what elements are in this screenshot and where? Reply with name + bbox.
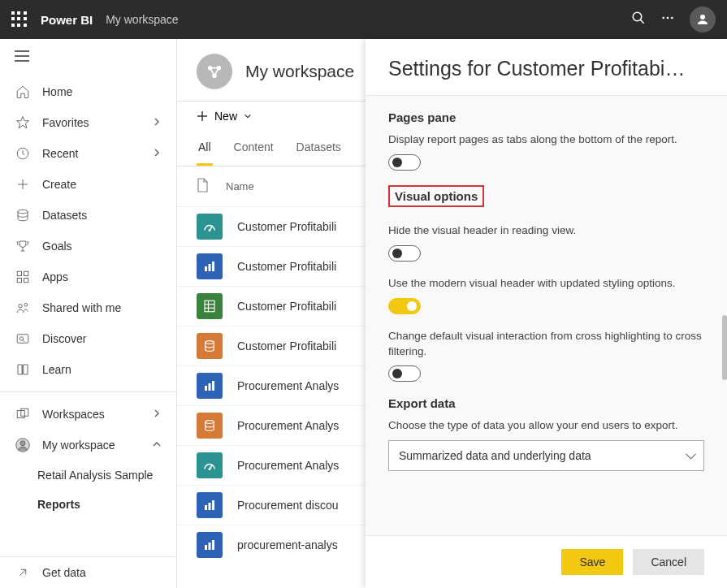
svg-rect-16 [24, 279, 28, 283]
chevron-up-icon [152, 439, 162, 452]
document-icon [197, 178, 208, 195]
new-button-label: New [214, 110, 237, 123]
db-icon [197, 333, 223, 359]
cancel-button[interactable]: Cancel [633, 549, 704, 575]
sidebar-item-label: My workspace [42, 439, 115, 452]
sidebar-item-favorites[interactable]: Favorites [0, 107, 176, 138]
home-icon [15, 84, 31, 99]
section-export-title: Export data [388, 396, 704, 410]
list-item-label: Procurement discou [237, 499, 339, 512]
svg-rect-54 [209, 543, 211, 550]
sidebar-item-learn[interactable]: Learn [0, 354, 176, 385]
setting-modern-header-desc: Use the modern visual header with update… [388, 276, 704, 292]
sidebar-item-recent[interactable]: Recent [0, 138, 176, 169]
export-data-select[interactable]: Summarized data and underlying data [388, 440, 704, 471]
name-column-header[interactable]: Name [226, 180, 254, 192]
star-icon [15, 115, 31, 130]
database-icon [15, 208, 31, 223]
svg-rect-45 [209, 383, 211, 391]
sheet-icon [197, 293, 223, 319]
list-item-label: Customer Profitabili [237, 300, 336, 313]
svg-line-49 [210, 465, 212, 469]
trophy-icon [15, 239, 31, 253]
workspace-breadcrumb[interactable]: My workspace [106, 13, 178, 26]
sidebar-item-label: Discover [42, 332, 86, 345]
toggle-modern-header[interactable] [388, 298, 421, 314]
svg-point-17 [19, 305, 23, 309]
bar-icon [197, 253, 223, 279]
sidebar-item-workspaces[interactable]: Workspaces [0, 399, 176, 430]
sidebar-item-label: Datasets [42, 209, 87, 222]
svg-point-12 [18, 210, 28, 214]
top-bar: Power BI My workspace [0, 0, 727, 39]
toggle-hide-header[interactable] [388, 245, 421, 262]
sidebar-item-label: Home [42, 85, 72, 98]
sidebar-item-home[interactable]: Home [0, 76, 176, 107]
workspaces-icon [15, 407, 31, 422]
svg-rect-13 [17, 271, 21, 275]
tab-content[interactable]: Content [232, 131, 275, 166]
gauge-icon [197, 214, 223, 240]
panel-title: Settings for Customer Profitabi… [366, 39, 727, 96]
discover-icon [15, 331, 31, 346]
setting-pages-desc: Display report pages as tabs along the b… [388, 132, 704, 148]
tab-all[interactable]: All [197, 131, 213, 166]
sidebar-sub-retail[interactable]: Retail Analysis Sample [0, 460, 176, 490]
toggle-pages-pane[interactable] [388, 154, 421, 171]
scrollbar[interactable] [722, 315, 727, 380]
svg-rect-51 [209, 503, 211, 510]
get-data-icon [15, 565, 31, 580]
sidebar-item-create[interactable]: Create [0, 169, 176, 200]
sidebar-item-discover[interactable]: Discover [0, 323, 176, 354]
sidebar-item-shared[interactable]: Shared with me [0, 292, 176, 323]
sidebar-item-label: Goals [42, 240, 72, 253]
sidebar-item-label: Favorites [42, 116, 89, 129]
sidebar-item-label: Workspaces [42, 408, 105, 421]
app-launcher-icon[interactable] [11, 11, 28, 28]
workspace-avatar-icon [197, 54, 232, 89]
plus-icon [15, 177, 31, 192]
search-icon[interactable] [631, 11, 646, 28]
divider [0, 391, 176, 392]
gauge-icon [197, 452, 223, 478]
svg-rect-53 [205, 545, 207, 550]
svg-line-30 [210, 68, 214, 76]
settings-panel: Settings for Customer Profitabi… Pages p… [366, 39, 727, 588]
svg-rect-55 [212, 540, 214, 550]
avatar[interactable] [690, 6, 716, 32]
sidebar-item-label: Recent [42, 147, 78, 160]
sidebar-item-my-workspace[interactable]: My workspace [0, 430, 176, 460]
bar-icon [197, 492, 223, 518]
tab-datasets[interactable]: Datasets [295, 131, 343, 166]
svg-point-18 [24, 303, 28, 306]
section-visual-title: Visual options [388, 185, 484, 207]
svg-rect-50 [205, 505, 207, 510]
workspace-title: My workspace [245, 62, 354, 81]
more-icon[interactable] [660, 11, 675, 28]
toggle-cross-filter[interactable] [388, 365, 421, 382]
hamburger-icon[interactable] [0, 39, 176, 76]
bar-icon [197, 532, 223, 558]
sidebar-item-get-data[interactable]: Get data [0, 556, 176, 588]
panel-body: Pages pane Display report pages as tabs … [366, 96, 727, 535]
panel-footer: Save Cancel [366, 535, 727, 588]
svg-line-21 [23, 340, 24, 342]
share-icon [15, 300, 31, 315]
svg-rect-14 [24, 271, 28, 275]
setting-hide-header-desc: Hide the visual header in reading view. [388, 223, 704, 239]
list-item-label: Procurement Analys [237, 419, 339, 432]
list-item-label: Customer Profitabili [237, 339, 336, 352]
list-item-label: procurement-analys [237, 538, 338, 551]
list-item-label: Customer Profitabili [237, 220, 336, 233]
db-icon [197, 413, 223, 439]
sidebar-sub-reports[interactable]: Reports [0, 490, 176, 519]
sidebar-item-label: Get data [42, 566, 86, 579]
sidebar-item-datasets[interactable]: Datasets [0, 200, 176, 231]
svg-rect-36 [205, 266, 207, 271]
sidebar-item-goals[interactable]: Goals [0, 231, 176, 262]
sidebar: Home Favorites Recent Create Datasets Go… [0, 39, 177, 588]
sidebar-item-apps[interactable]: Apps [0, 262, 176, 292]
person-icon [15, 438, 31, 452]
svg-point-47 [206, 421, 214, 424]
save-button[interactable]: Save [561, 549, 623, 575]
